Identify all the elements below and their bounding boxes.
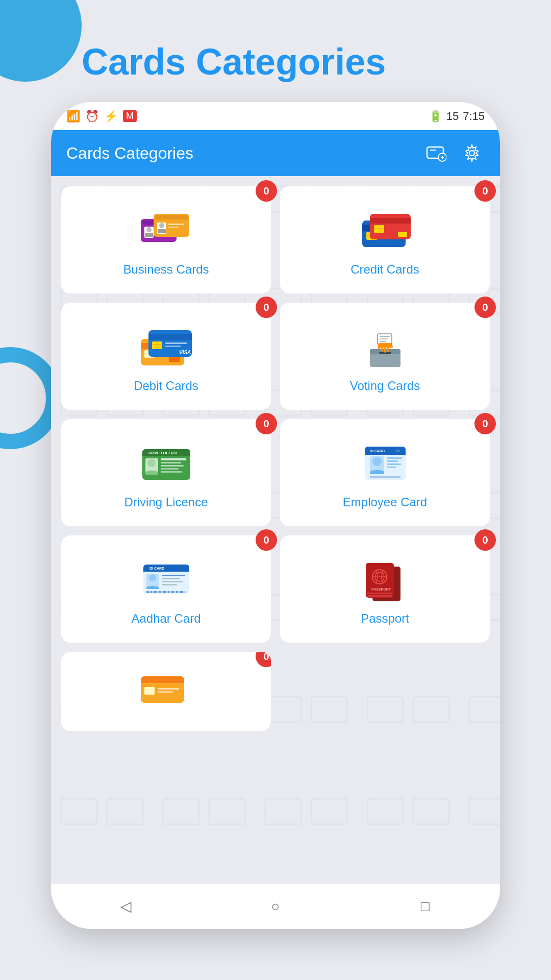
bottom-nav: ◁ ○ □ bbox=[51, 883, 500, 929]
category-employee[interactable]: 0 ID CARD 21 bbox=[280, 419, 490, 526]
svg-rect-44 bbox=[165, 342, 187, 344]
icon-business bbox=[136, 209, 197, 255]
back-button[interactable]: ◁ bbox=[111, 891, 141, 922]
svg-rect-76 bbox=[387, 457, 402, 459]
content-area: 0 bbox=[51, 176, 500, 883]
icon-debit: VISA bbox=[136, 325, 197, 371]
category-aadhar[interactable]: 0 ID CARD bbox=[61, 535, 271, 643]
app-bar-icons bbox=[423, 140, 485, 166]
settings-button[interactable] bbox=[459, 140, 485, 166]
label-voting: Voting Cards bbox=[350, 379, 420, 393]
page-title: Cards Categories bbox=[82, 41, 386, 83]
svg-rect-28 bbox=[370, 218, 411, 224]
recent-icon: □ bbox=[421, 898, 430, 915]
back-icon: ◁ bbox=[120, 898, 132, 915]
svg-rect-32 bbox=[398, 232, 407, 237]
alarm-icon: ⏰ bbox=[85, 110, 99, 123]
svg-rect-90 bbox=[162, 584, 177, 585]
badge-credit: 0 bbox=[474, 180, 496, 202]
badge-debit: 0 bbox=[256, 297, 277, 318]
svg-point-86 bbox=[149, 574, 156, 581]
recent-button[interactable]: □ bbox=[410, 891, 440, 922]
usb-icon: ⚡ bbox=[104, 110, 118, 123]
status-bar: 📶 ⏰ ⚡ M 🔋 15 7:15 bbox=[51, 102, 500, 130]
svg-rect-98 bbox=[171, 591, 174, 593]
label-business: Business Cards bbox=[123, 262, 209, 277]
svg-rect-111 bbox=[367, 595, 392, 597]
icon-employee: ID CARD 21 bbox=[355, 442, 416, 487]
svg-rect-55 bbox=[384, 348, 386, 353]
category-voting[interactable]: 0 bbox=[280, 303, 490, 410]
svg-rect-117 bbox=[158, 691, 173, 693]
label-employee: Employee Card bbox=[343, 495, 427, 509]
svg-point-75 bbox=[372, 457, 382, 466]
icon-aadhar: ID CARD bbox=[136, 558, 197, 604]
svg-rect-115 bbox=[144, 687, 155, 695]
svg-point-9 bbox=[146, 227, 152, 232]
label-aadhar: Aadhar Card bbox=[131, 611, 201, 626]
notification-icon: M bbox=[123, 110, 137, 122]
home-icon: ○ bbox=[271, 898, 280, 915]
svg-text:PASSPORT: PASSPORT bbox=[371, 587, 391, 591]
svg-text:21: 21 bbox=[395, 449, 400, 453]
add-card-button[interactable] bbox=[423, 140, 449, 166]
svg-rect-95 bbox=[159, 591, 161, 593]
badge-business: 0 bbox=[256, 180, 277, 202]
category-passport[interactable]: 0 ✦ bbox=[280, 535, 490, 643]
svg-rect-54 bbox=[381, 348, 383, 352]
svg-rect-79 bbox=[387, 467, 396, 468]
label-debit: Debit Cards bbox=[134, 379, 198, 393]
svg-rect-87 bbox=[162, 575, 185, 576]
signal-icon: 📶 bbox=[66, 110, 80, 123]
svg-rect-38 bbox=[169, 357, 180, 362]
status-left: 📶 ⏰ ⚡ M bbox=[66, 110, 137, 123]
svg-rect-92 bbox=[146, 591, 149, 593]
phone-mockup: 📶 ⏰ ⚡ M 🔋 15 7:15 Cards Categories bbox=[51, 102, 500, 929]
svg-rect-40 bbox=[148, 334, 192, 340]
svg-rect-18 bbox=[168, 224, 184, 225]
icon-misc bbox=[136, 667, 197, 713]
svg-text:VISA: VISA bbox=[179, 350, 191, 355]
icon-credit bbox=[355, 209, 416, 255]
category-credit[interactable]: 0 bbox=[280, 186, 490, 293]
svg-rect-105 bbox=[366, 563, 394, 598]
svg-rect-94 bbox=[154, 591, 157, 593]
badge-passport: 0 bbox=[474, 529, 496, 551]
home-button[interactable]: ○ bbox=[260, 891, 291, 922]
svg-rect-68 bbox=[161, 471, 182, 473]
badge-driving: 0 bbox=[256, 413, 277, 434]
bg-decoration-circle-top bbox=[0, 0, 82, 82]
svg-rect-77 bbox=[387, 460, 398, 462]
svg-point-16 bbox=[159, 223, 164, 228]
svg-rect-89 bbox=[162, 581, 183, 582]
category-driving[interactable]: 0 DRIVER LICENSE bbox=[61, 419, 271, 526]
badge-aadhar: 0 bbox=[256, 529, 277, 551]
svg-rect-45 bbox=[165, 346, 181, 347]
svg-rect-67 bbox=[161, 468, 179, 470]
svg-rect-97 bbox=[168, 591, 169, 593]
svg-rect-10 bbox=[145, 233, 153, 237]
svg-rect-78 bbox=[387, 463, 401, 465]
svg-point-63 bbox=[147, 459, 156, 467]
label-passport: Passport bbox=[361, 611, 409, 626]
status-right: 🔋 15 7:15 bbox=[429, 110, 485, 123]
svg-point-5 bbox=[469, 151, 474, 156]
svg-rect-64 bbox=[161, 458, 186, 460]
svg-rect-66 bbox=[161, 465, 184, 467]
svg-text:ID CARD: ID CARD bbox=[149, 567, 164, 570]
svg-rect-19 bbox=[168, 227, 179, 228]
icon-driving: DRIVER LICENSE bbox=[136, 442, 197, 487]
icon-passport: ✦ PASSPORT bbox=[355, 558, 416, 604]
svg-rect-93 bbox=[151, 591, 152, 593]
category-misc[interactable]: 0 bbox=[61, 652, 271, 731]
label-driving: Driving Licence bbox=[124, 495, 208, 509]
app-bar-title: Cards Categories bbox=[66, 144, 193, 163]
badge-misc: 0 bbox=[256, 652, 271, 667]
svg-rect-80 bbox=[370, 476, 400, 478]
icon-voting bbox=[355, 325, 416, 371]
category-business[interactable]: 0 bbox=[61, 186, 271, 293]
categories-grid: 0 bbox=[61, 186, 490, 731]
badge-voting: 0 bbox=[474, 297, 496, 318]
category-debit[interactable]: 0 bbox=[61, 303, 271, 410]
battery-icon: 🔋 bbox=[429, 110, 442, 123]
